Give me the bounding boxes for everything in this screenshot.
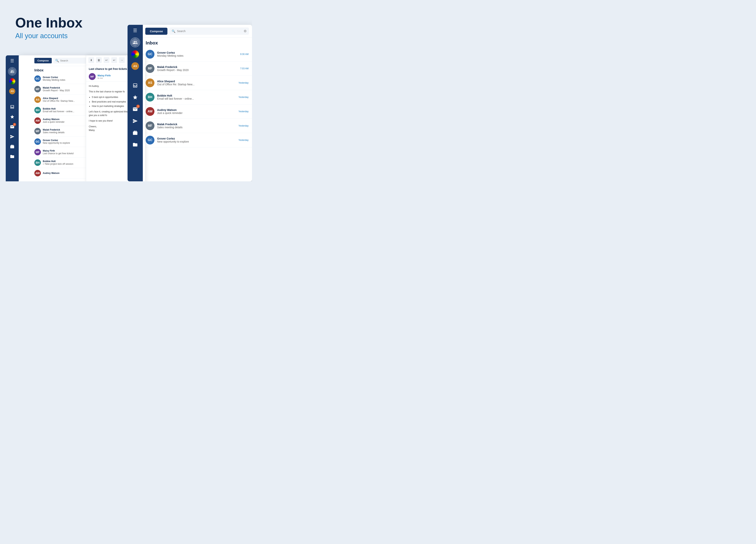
email-avatar-small: BH: [34, 107, 41, 113]
email-content-large: Audrey Watson Just a quick reminder: [157, 108, 236, 115]
search-icon-large: 🔍: [172, 29, 175, 33]
filter-icon-large[interactable]: ⚙: [244, 29, 247, 33]
from-info: Maisy Firth to me: [98, 74, 111, 79]
from-avatar: MF: [89, 73, 96, 80]
email-time-large: Yesterday: [238, 124, 249, 127]
large-sidebar-avatar[interactable]: AS: [130, 61, 140, 71]
hero-title: One Inbox: [15, 15, 82, 30]
email-time-large: Yesterday: [238, 110, 249, 113]
email-subject-large: Email will last forever - online...: [157, 97, 236, 100]
avatar-initials: MF: [34, 86, 41, 92]
sidebar-nav-suitcase[interactable]: [8, 142, 16, 151]
large-hamburger-icon[interactable]: ☰: [133, 28, 137, 33]
from-to: to me: [98, 77, 111, 79]
large-sidebar-folder[interactable]: [130, 140, 140, 150]
search-bar-large: 🔍 ⚙: [169, 27, 249, 35]
sidebar-nav-badge[interactable]: 3: [8, 123, 16, 131]
avatar-initials: MF: [34, 128, 41, 134]
avatar-initials-large: GC: [146, 136, 154, 144]
large-sidebar-badge[interactable]: 3: [130, 104, 140, 114]
email-avatar-small: AW: [34, 117, 41, 124]
avatar-initials: AW: [34, 117, 41, 124]
large-sidebar-star[interactable]: [130, 92, 140, 102]
email-time-large: Yesterday: [238, 139, 249, 141]
email-avatar-large: GC: [146, 136, 154, 144]
large-email-window: Compose 🔍 ⚙ Inbox GC Grover Cortez Monda…: [142, 25, 252, 181]
compose-button-small[interactable]: Compose: [34, 58, 52, 63]
email-subject-large: Just a quick reminder: [157, 111, 236, 115]
email-content-large: Grover Cortez New opportunity to explore: [157, 137, 236, 143]
email-avatar-small: MF: [34, 86, 41, 92]
email-avatar-large: AW: [146, 107, 154, 116]
sidebar-nav-inbox[interactable]: [8, 103, 16, 111]
from-name: Maisy Firth: [98, 74, 111, 77]
avatar-initials: GC: [34, 138, 41, 145]
large-sidebar-inbox[interactable]: [130, 81, 140, 90]
email-content-large: Alice Shepard Out of Office Re: Startup …: [157, 80, 236, 86]
sidebar-nav-send[interactable]: [8, 132, 16, 141]
hero-subtitle: All your accounts: [15, 32, 82, 40]
avatar-initials: AS: [34, 96, 41, 103]
sidebar-nav-avatar1[interactable]: AS: [8, 87, 16, 95]
email-sender-large: Grover Cortez: [157, 137, 236, 140]
email-sender-large: Audrey Watson: [157, 108, 236, 111]
large-sidebar-color[interactable]: [130, 49, 140, 59]
email-subject-large: Growth Report - May 2020: [157, 69, 237, 72]
large-email-item[interactable]: BH Bobbie Holt Email will last forever -…: [142, 90, 252, 104]
large-email-item[interactable]: GC Grover Cortez New opportunity to expl…: [142, 133, 252, 147]
compose-button-large[interactable]: Compose: [145, 28, 167, 35]
email-sender-large: Malak Frederick: [157, 65, 237, 69]
hero-section: One Inbox All your accounts: [15, 15, 82, 40]
large-badge-count: 3: [136, 105, 140, 108]
search-icon-small: 🔍: [55, 59, 59, 62]
email-content-large: Grover Cortez Monday Metting notes: [157, 51, 237, 57]
email-avatar-small: MF: [34, 149, 41, 155]
reply-button[interactable]: ↩: [104, 57, 109, 63]
email-content-large: Bobbie Holt Email will last forever - on…: [157, 94, 236, 100]
download-button[interactable]: ⬇: [88, 57, 94, 63]
email-avatar-small: AW: [34, 170, 41, 176]
large-inbox-list: GC Grover Cortez Monday Metting notes 9:…: [142, 47, 252, 147]
large-email-item[interactable]: GC Grover Cortez Monday Metting notes 9:…: [142, 47, 252, 61]
email-sender-large: Alice Shepard: [157, 80, 236, 83]
large-email-item[interactable]: AS Alice Shepard Out of Office Re: Start…: [142, 76, 252, 90]
forward-button[interactable]: →: [119, 57, 125, 63]
email-subject-large: Out of Office Re: Startup New...: [157, 83, 236, 86]
email-time-large: Yesterday: [238, 82, 249, 84]
avatar-initials: BH: [34, 159, 41, 166]
large-toolbar: Compose 🔍 ⚙: [142, 25, 252, 38]
email-avatar-large: MF: [146, 121, 154, 130]
avatar-initials-large: GC: [146, 50, 154, 59]
large-email-item[interactable]: AW Audrey Watson Just a quick reminder Y…: [142, 104, 252, 119]
large-sidebar-send[interactable]: [130, 116, 140, 126]
email-avatar-small: AS: [34, 96, 41, 103]
badge-count: 3: [13, 123, 16, 126]
email-time-large: 7:03 AM: [240, 67, 249, 70]
delete-button[interactable]: 🗑: [96, 57, 102, 63]
email-sender-large: Malak Frederick: [157, 123, 236, 126]
avatar-initials-large: BH: [146, 93, 154, 102]
email-time-large: 9:30 AM: [240, 53, 249, 56]
email-content-large: Malak Frederick Sales meeting details: [157, 123, 236, 129]
large-sidebar-suitcase[interactable]: [130, 128, 140, 138]
large-sidebar-people[interactable]: [130, 37, 140, 47]
email-avatar-small: BH: [34, 159, 41, 166]
email-avatar-small: GC: [34, 75, 41, 82]
sidebar-nav-color[interactable]: [8, 77, 16, 86]
hamburger-icon[interactable]: ☰: [10, 58, 14, 63]
email-avatar-large: BH: [146, 93, 154, 102]
sidebar-nav-people[interactable]: [8, 67, 16, 76]
sidebar-nav-folder[interactable]: [8, 152, 16, 161]
large-email-item[interactable]: MF Malak Frederick Sales meeting details…: [142, 119, 252, 133]
search-input-large[interactable]: [177, 30, 242, 33]
sidebar-nav-star[interactable]: [8, 113, 16, 121]
reply-all-button[interactable]: ↩: [111, 57, 117, 63]
small-sidebar: ☰ AS 3: [6, 55, 19, 181]
email-subject-large: New opportunity to explore: [157, 140, 236, 143]
large-email-item[interactable]: MF Malak Frederick Growth Report - May 2…: [142, 61, 252, 76]
avatar-initials-large: MF: [146, 121, 154, 130]
email-subject-large: Monday Metting notes: [157, 54, 237, 57]
avatar-initials-large: AW: [146, 107, 154, 116]
email-sender-large: Bobbie Holt: [157, 94, 236, 97]
avatar-initials: BH: [34, 107, 41, 113]
